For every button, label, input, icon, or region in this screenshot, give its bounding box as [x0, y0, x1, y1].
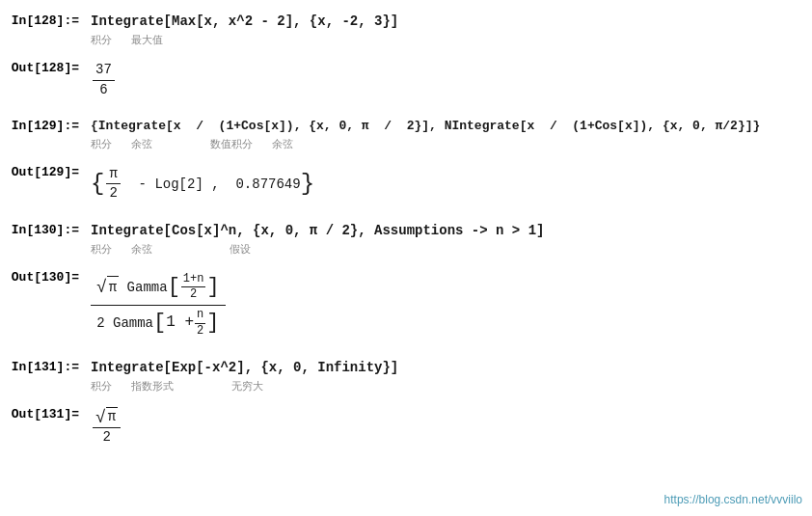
annotation-129-0: 积分 — [91, 137, 112, 151]
sf-num-1: 1+n — [181, 272, 206, 288]
output-content-131: √π 2 — [87, 405, 812, 447]
frac-pi-2: π 2 — [106, 165, 120, 204]
right-brace-129: } — [301, 173, 314, 196]
watermark: https://blog.csdn.net/vvviilo — [664, 493, 802, 506]
cell-content-128: Integrate[Max[x, x^2 - 2], {x, -2, 3}] 积… — [87, 12, 812, 49]
output-expr-129: π 2 - Log[2] , 0.877649 — [104, 165, 300, 204]
cell-out131: Out[131]= √π 2 — [0, 403, 812, 448]
output-content-129: { π 2 - Log[2] , 0.877649 } — [87, 163, 812, 204]
fraction-131-num: √π — [93, 407, 121, 428]
gamma-bracket-1: [ 1+n 2 ] — [168, 272, 220, 303]
annotation-131-1: 指数形式 — [131, 379, 174, 394]
annotation-131-2: 无穷大 — [231, 379, 263, 394]
cell-131: In[131]:= Integrate[Exp[-x^2], {x, 0, In… — [0, 356, 812, 397]
frac-pi-den: 2 — [106, 184, 120, 204]
out-label-130: Out[130]= — [0, 268, 87, 340]
left-brace-129: { — [91, 173, 104, 196]
input-131: Integrate[Exp[-x^2], {x, 0, Infinity}] — [91, 358, 812, 378]
in-label-128: In[128]:= — [0, 12, 87, 49]
sqrt-pi: √π — [96, 276, 119, 298]
cell-130: In[130]:= Integrate[Cos[x]^n, {x, 0, π /… — [0, 219, 812, 260]
cell-out128: Out[128]= 37 6 — [0, 57, 812, 101]
out-label-131: Out[131]= — [0, 405, 87, 447]
annotation-128-0: 积分 — [91, 33, 112, 47]
annotation-128-1: 最大值 — [131, 33, 163, 47]
output-131: √π 2 — [91, 407, 812, 447]
cell-out129: Out[129]= { π 2 - Log[2] , 0.877649 } — [0, 161, 812, 205]
annotation-130-2: 假设 — [230, 242, 251, 257]
annotation-130-1: 余弦 — [131, 242, 152, 257]
cell-129: In[129]:= {Integrate[x / (1+Cos[x]), {x,… — [0, 115, 812, 155]
left-bracket-2: [ — [153, 312, 166, 334]
annotation-130-0: 积分 — [91, 242, 112, 257]
annotation-line-128: 积分 最大值 — [91, 33, 812, 47]
output-content-130: √π Gamma [ 1+n 2 ] 2 Gamma — [87, 268, 812, 340]
input-129: {Integrate[x / (1+Cos[x]), {x, 0, π / 2}… — [91, 117, 812, 136]
fraction-128: 37 6 — [93, 61, 115, 99]
annotation-line-130: 积分 余弦 假设 — [91, 242, 812, 257]
small-frac-2: n 2 — [195, 308, 205, 339]
annotation-129-1: 余弦 — [131, 137, 152, 151]
annotation-line-131: 积分 指数形式 无穷大 — [91, 379, 812, 394]
cell-out130: Out[130]= √π Gamma [ 1+n 2 — [0, 266, 812, 342]
fraction-denominator-128: 6 — [96, 81, 110, 100]
input-130: Integrate[Cos[x]^n, {x, 0, π / 2}, Assum… — [91, 221, 812, 241]
annotation-line-129: 积分 余弦 数值积分 余弦 — [91, 137, 812, 151]
output-128: 37 6 — [91, 61, 812, 99]
right-bracket-2: ] — [206, 312, 219, 334]
output-130: √π Gamma [ 1+n 2 ] 2 Gamma — [91, 270, 812, 340]
sf-den-1: 2 — [188, 287, 199, 303]
right-bracket-1: ] — [206, 277, 219, 298]
in-label-129: In[129]:= — [0, 117, 87, 153]
cell-content-130: Integrate[Cos[x]^n, {x, 0, π / 2}, Assum… — [87, 221, 812, 258]
in-label-131: In[131]:= — [0, 358, 87, 395]
output-129: { π 2 - Log[2] , 0.877649 } — [91, 165, 812, 204]
frac-pi-num: π — [106, 165, 120, 185]
cell-content-129: {Integrate[x / (1+Cos[x]), {x, 0, π / 2}… — [87, 117, 812, 153]
out-label-128: Out[128]= — [0, 59, 87, 99]
sf-num-2: n — [195, 308, 205, 324]
sqrt-pi-131: √π — [95, 407, 118, 427]
in-label-130: In[130]:= — [0, 221, 87, 258]
fraction-131: √π 2 — [93, 407, 121, 447]
out-label-129: Out[129]= — [0, 163, 87, 204]
sf-den-2: 2 — [195, 324, 205, 339]
cell-content-131: Integrate[Exp[-x^2], {x, 0, Infinity}] 积… — [87, 358, 812, 395]
fraction-131-den: 2 — [99, 428, 113, 448]
gamma-bracket-2: [ 1 + n 2 ] — [153, 308, 219, 339]
input-128: Integrate[Max[x, x^2 - 2], {x, -2, 3}] — [91, 12, 812, 32]
annotation-129-3: 余弦 — [272, 137, 293, 151]
left-bracket-1: [ — [168, 277, 180, 298]
fraction-numerator-128: 37 — [93, 61, 115, 81]
output-content-128: 37 6 — [87, 59, 812, 99]
annotation-131-0: 积分 — [91, 379, 112, 394]
cell-128: In[128]:= Integrate[Max[x, x^2 - 2], {x,… — [0, 10, 812, 51]
annotation-129-2: 数值积分 — [210, 137, 253, 151]
small-frac-1: 1+n 2 — [181, 272, 206, 303]
